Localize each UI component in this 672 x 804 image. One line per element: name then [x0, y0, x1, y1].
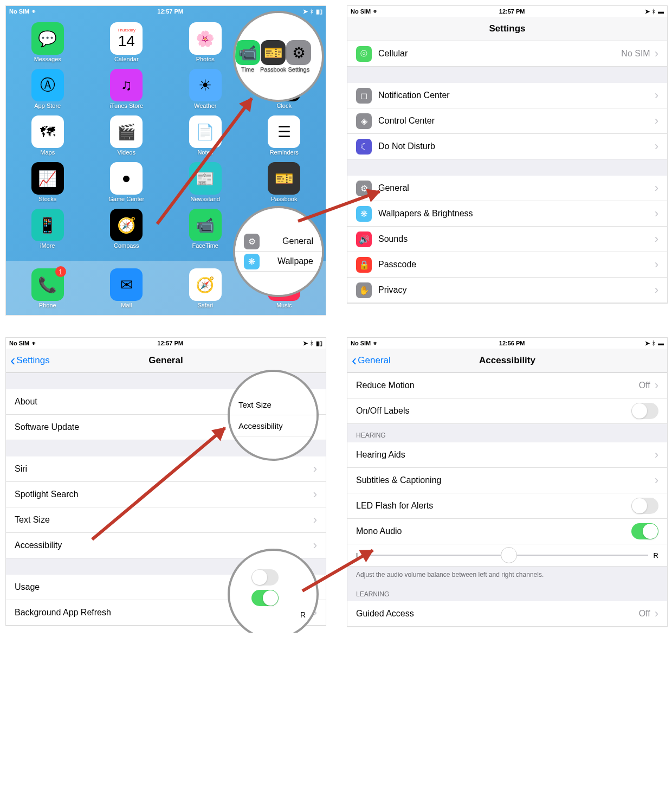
wifi-icon: ᯤ — [31, 8, 37, 15]
row-mono-audio[interactable]: Mono Audio — [347, 519, 667, 544]
chevron-right-icon: › — [655, 232, 658, 246]
row-notification-center[interactable]: ◻Notification Center› — [347, 83, 667, 108]
app-weather[interactable]: ☀Weather — [166, 66, 245, 112]
location-icon: ➤ — [645, 8, 650, 15]
location-icon: ➤ — [303, 8, 308, 15]
row-spotlight-search[interactable]: Spotlight Search› — [6, 482, 326, 507]
row-led-flash-for-alerts[interactable]: LED Flash for Alerts — [347, 493, 667, 519]
wifi-icon: ᯤ — [31, 340, 37, 346]
chevron-right-icon: › — [655, 283, 658, 297]
zoom-settings-icon: 📹Time 🎫Passbook ⚙Settings — [233, 11, 324, 102]
guided-access-row[interactable]: Guided AccessOff› — [347, 601, 667, 627]
row-reduce-motion[interactable]: Reduce MotionOff› — [347, 373, 667, 398]
toggle[interactable] — [631, 498, 658, 514]
row-sounds[interactable]: 🔊Sounds› — [347, 227, 667, 252]
carrier: No SIM — [9, 8, 29, 15]
battery-icon: ▬ — [658, 340, 664, 346]
row-text-size[interactable]: Text Size› — [6, 507, 326, 533]
status-bar: No SIMᯤ 12:57 PM ➤ᚼ▬ — [347, 6, 667, 17]
chevron-right-icon: › — [655, 47, 658, 61]
row-subtitles-&-captioning[interactable]: Subtitles & Captioning› — [347, 468, 667, 493]
app-imore[interactable]: 📱iMore — [8, 205, 87, 252]
chevron-right-icon: › — [655, 139, 658, 153]
bluetooth-icon: ᚼ — [652, 8, 656, 15]
app-facetime[interactable]: 📹FaceTime — [166, 205, 245, 252]
app-messages[interactable]: 💬Messages — [8, 19, 87, 66]
app-passbook[interactable]: 🎫Passbook — [245, 159, 324, 205]
app-maps[interactable]: 🗺Maps — [8, 112, 87, 159]
row-privacy[interactable]: ✋Privacy› — [347, 278, 667, 303]
app-notes[interactable]: 📄Notes — [166, 112, 245, 159]
settings-screen: No SIMᯤ 12:57 PM ➤ᚼ▬ Settings ⦾CellularN… — [347, 5, 668, 304]
app-videos[interactable]: 🎬Videos — [87, 112, 166, 159]
page-title: Settings — [347, 23, 667, 34]
app-app-store[interactable]: ⒶApp Store — [8, 66, 87, 112]
battery-icon: ▮▯ — [316, 340, 322, 347]
app-phone[interactable]: 📞1Phone — [8, 265, 87, 312]
badge: 1 — [55, 266, 66, 277]
row-wallpapers-brightness[interactable]: ❋Wallpapers & Brightness› — [347, 201, 667, 227]
back-button[interactable]: Settings — [6, 352, 50, 369]
chevron-right-icon: › — [655, 114, 658, 128]
balance-slider[interactable]: L R — [347, 544, 667, 567]
row-on-off-labels[interactable]: On/Off Labels — [347, 398, 667, 424]
balance-note: Adjust the audio volume balance between … — [347, 567, 667, 583]
row-general[interactable]: ⚙General› — [347, 176, 667, 201]
clock: 12:57 PM — [157, 8, 183, 15]
app-mail[interactable]: ✉Mail — [87, 265, 166, 312]
app-game-center[interactable]: ●Game Center — [87, 159, 166, 205]
chevron-right-icon: › — [655, 258, 658, 272]
zoom-accessibility-row: Text Size Accessibility — [228, 370, 319, 461]
row-do-not-disturb[interactable]: ☾Do Not Disturb› — [347, 134, 667, 159]
app-calendar[interactable]: Thursday14Calendar — [87, 19, 166, 66]
zoom-general-row: ⚙General ❋Wallpape — [233, 206, 324, 297]
row-passcode[interactable]: 🔒Passcode› — [347, 252, 667, 278]
chevron-right-icon: › — [655, 181, 658, 195]
chevron-right-icon: › — [655, 88, 658, 102]
chevron-right-icon: › — [655, 207, 658, 221]
toggle[interactable] — [631, 403, 658, 419]
app-itunes-store[interactable]: ♫iTunes Store — [87, 66, 166, 112]
wifi-icon: ᯤ — [373, 8, 379, 15]
wifi-icon: ᯤ — [373, 340, 379, 346]
battery-icon: ▮▯ — [316, 8, 322, 15]
app-safari[interactable]: 🧭Safari — [166, 265, 245, 312]
section-header: LEARNING — [347, 583, 667, 601]
app-compass[interactable]: 🧭Compass — [87, 205, 166, 252]
row-hearing-aids[interactable]: Hearing Aids› — [347, 442, 667, 468]
toggle[interactable] — [631, 523, 658, 539]
row-control-center[interactable]: ◈Control Center› — [347, 108, 667, 134]
battery-icon: ▬ — [658, 8, 664, 15]
bluetooth-icon: ᚼ — [310, 8, 314, 15]
app-stocks[interactable]: 📈Stocks — [8, 159, 87, 205]
status-bar: No SIMᯤ 12:57 PM ➤ᚼ▮▯ — [6, 338, 326, 349]
app-reminders[interactable]: ☰Reminders — [245, 112, 324, 159]
section-header: HEARING — [347, 424, 667, 442]
accessibility-screen: No SIMᯤ 12:56 PM ➤ᚼ▬ GeneralAccessibilit… — [347, 337, 668, 627]
cellular-row[interactable]: ⦾CellularNo SIM› — [347, 41, 667, 67]
status-bar: No SIMᯤ 12:56 PM ➤ᚼ▬ — [347, 338, 667, 349]
back-button[interactable]: General — [347, 352, 391, 369]
